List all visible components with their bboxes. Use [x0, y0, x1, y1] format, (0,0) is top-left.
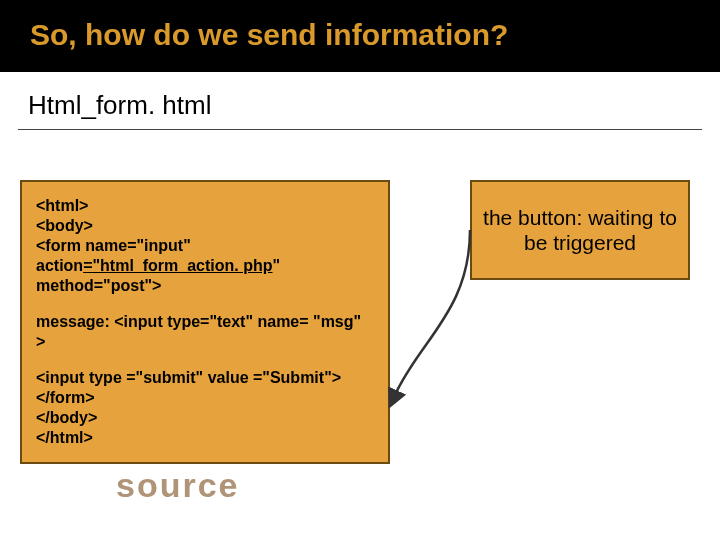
code-line: <html>	[36, 196, 374, 216]
code-line: </form>	[36, 388, 374, 408]
code-line: <body>	[36, 216, 374, 236]
code-line: <form name="input"	[36, 236, 374, 256]
code-line: <input type ="submit" value ="Submit">	[36, 368, 374, 388]
callout-text: the button: waiting to be triggered	[482, 205, 678, 255]
title-bar: So, how do we send information?	[0, 0, 720, 72]
code-line: method="post">	[36, 276, 374, 296]
slide-title: So, how do we send information?	[30, 18, 720, 52]
arrow-icon	[390, 220, 490, 410]
code-line: message: <input type="text" name= "msg" …	[36, 312, 374, 352]
code-line: </html>	[36, 428, 374, 448]
callout-box: the button: waiting to be triggered	[470, 180, 690, 280]
code-line: </body>	[36, 408, 374, 428]
divider	[18, 129, 702, 130]
code-line: action="html_form_action. php"	[36, 256, 374, 276]
code-block: <html> <body> <form name="input" action=…	[20, 180, 390, 464]
subtitle: Html_form. html	[28, 90, 720, 121]
source-label: source	[116, 466, 240, 505]
